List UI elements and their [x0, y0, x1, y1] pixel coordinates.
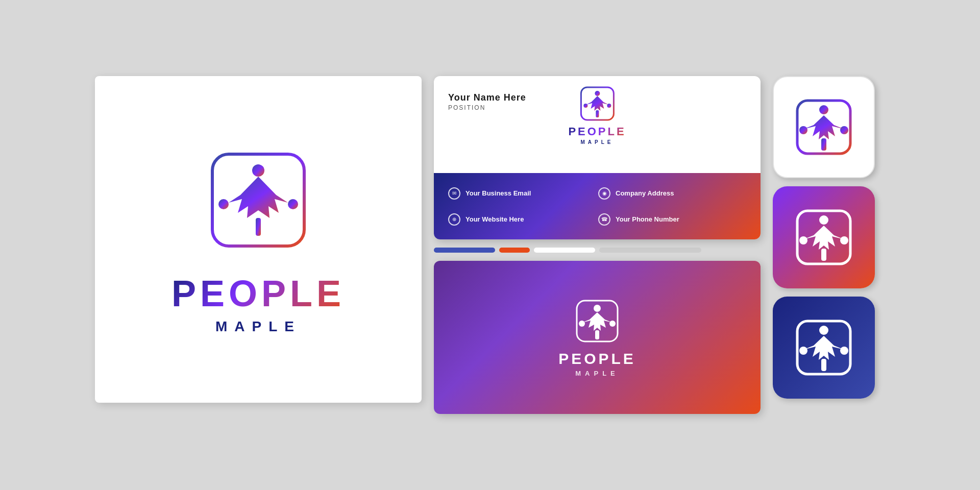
phone-icon: ☎: [598, 213, 610, 226]
card-name-block: Your Name Here POSITION: [448, 92, 526, 111]
svg-point-1: [252, 164, 264, 177]
email-contact: ✉ Your Business Email: [448, 181, 596, 205]
center-panel: Your Name Here POSITION: [434, 76, 761, 414]
svg-rect-25: [821, 249, 826, 261]
email-icon: ✉: [448, 187, 460, 200]
website-icon: ⊕: [448, 213, 460, 226]
sep-bar-blue: [434, 248, 495, 253]
sep-bar-gray: [599, 248, 701, 253]
svg-point-19: [840, 126, 848, 134]
right-panel: [773, 76, 885, 399]
small-logo-gradient: [793, 207, 854, 268]
small-logo-dark-blue: [793, 317, 854, 378]
email-label: Your Business Email: [465, 189, 531, 197]
phone-contact: ☎ Your Phone Number: [598, 207, 746, 231]
website-label: Your Website Here: [465, 215, 524, 223]
svg-point-14: [609, 321, 616, 327]
brand-subtitle-large: MAPLE: [215, 318, 301, 335]
card-name: Your Name Here: [448, 92, 526, 103]
svg-point-18: [799, 126, 807, 134]
svg-point-28: [799, 347, 807, 355]
svg-point-12: [594, 305, 601, 312]
svg-rect-30: [821, 359, 826, 371]
svg-point-24: [840, 236, 848, 244]
svg-rect-10: [596, 110, 599, 117]
svg-point-7: [595, 91, 600, 96]
svg-point-13: [579, 321, 585, 327]
small-card-dark-blue: [773, 297, 875, 399]
card-brand-name: PEOPLE: [568, 125, 626, 138]
small-card-white: [773, 76, 875, 178]
logo-large-icon: [202, 144, 314, 256]
sep-bar-white: [534, 248, 595, 253]
card-back-icon: [574, 298, 620, 344]
main-container: PEOPLE MAPLE Your Name Here POSITION: [85, 66, 895, 424]
address-label: Company Address: [616, 189, 674, 197]
address-icon: ◉: [598, 187, 610, 200]
website-contact: ⊕ Your Website Here: [448, 207, 596, 231]
phone-label: Your Phone Number: [616, 215, 679, 223]
svg-point-23: [799, 236, 807, 244]
svg-point-17: [819, 105, 828, 114]
card-bottom: ✉ Your Business Email ◉ Company Address …: [434, 173, 761, 239]
svg-point-29: [840, 347, 848, 355]
address-contact: ◉ Company Address: [598, 181, 746, 205]
card-back-brand: PEOPLE: [558, 350, 636, 368]
card-top: Your Name Here POSITION: [434, 76, 761, 173]
card-brand-sub: MAPLE: [581, 139, 614, 145]
card-back-sub: MAPLE: [575, 370, 619, 377]
logo-panel: PEOPLE MAPLE: [95, 76, 422, 403]
brand-name-large: PEOPLE: [172, 273, 345, 314]
svg-rect-5: [256, 218, 261, 236]
card-front: Your Name Here POSITION: [434, 76, 761, 239]
card-logo-icon-small: [579, 85, 616, 122]
svg-rect-20: [821, 138, 826, 151]
sep-bar-orange: [499, 248, 530, 253]
separator-bars: [434, 248, 761, 253]
svg-point-3: [288, 199, 298, 209]
small-card-gradient: [773, 186, 875, 288]
svg-point-27: [819, 326, 828, 335]
small-logo-white: [793, 96, 854, 158]
svg-point-22: [819, 215, 828, 225]
card-back: PEOPLE MAPLE: [434, 261, 761, 414]
card-position: POSITION: [448, 104, 526, 111]
svg-rect-15: [595, 330, 599, 339]
card-logo-center: PEOPLE MAPLE: [568, 85, 626, 145]
